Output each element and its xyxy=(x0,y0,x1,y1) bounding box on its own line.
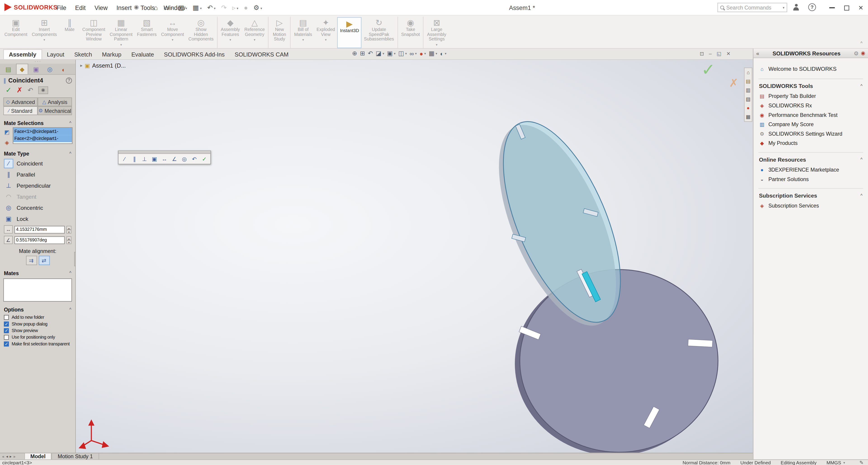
dropdown-caret-icon[interactable] xyxy=(229,37,231,41)
hud-button[interactable]: ▦ xyxy=(428,50,438,57)
ribbon-button[interactable]: ◎ Show Hidden Components xyxy=(186,17,218,48)
ribbon-button[interactable]: ▧ Smart Fasteners xyxy=(135,17,159,48)
task-pane-link[interactable]: ▥ Compare My Score xyxy=(758,120,863,129)
previous-tab-icon[interactable] xyxy=(6,454,8,459)
qat-button[interactable]: ↶ xyxy=(206,2,217,13)
minimize-button[interactable] xyxy=(825,0,839,16)
panel-splitter-handle[interactable] xyxy=(74,252,76,266)
checkbox[interactable] xyxy=(4,342,9,346)
breadcrumb[interactable]: ▣ Assem1 (D... xyxy=(80,62,126,68)
ribbon-collapse-icon[interactable] xyxy=(860,41,862,46)
confirmation-ok-button[interactable] xyxy=(701,60,715,79)
ribbon-button[interactable]: ✦ Exploded View xyxy=(314,17,337,48)
ribbon-button[interactable]: ◫ Component Preview Window xyxy=(80,17,107,48)
context-toolbar-button[interactable]: ∕ xyxy=(120,154,129,163)
spin-down-button[interactable] xyxy=(66,229,71,233)
angle-input[interactable]: 0.55176907deg xyxy=(14,236,65,244)
option-checkbox-row[interactable]: Make first selection transparent xyxy=(0,340,75,347)
cancel-button[interactable] xyxy=(17,86,23,94)
hud-button[interactable]: ● xyxy=(419,50,427,57)
option-checkbox-row[interactable]: Add to new folder xyxy=(0,314,75,320)
manager-tab[interactable]: ◆ xyxy=(16,64,28,74)
mates-section-header[interactable]: Mates xyxy=(0,268,75,277)
section-header[interactable]: SOLIDWORKS Tools xyxy=(758,82,863,91)
context-toolbar-button[interactable]: ∥ xyxy=(130,154,139,163)
hud-button[interactable]: ▣ xyxy=(386,50,396,57)
task-pane-tab[interactable]: ▥ xyxy=(745,86,752,95)
selected-face-item[interactable]: Face<1>@circlepart1- xyxy=(13,128,72,135)
manager-tab[interactable]: ▣ xyxy=(30,65,42,74)
hud-button[interactable]: ⊞ xyxy=(360,50,366,57)
last-tab-icon[interactable] xyxy=(13,454,16,458)
qat-button[interactable]: ⌂ xyxy=(153,2,159,13)
mates-list[interactable] xyxy=(3,279,72,302)
hud-button[interactable]: ↶ xyxy=(367,50,373,57)
graphics-viewport[interactable]: ▣ Assem1 (D... ∕ ∥ ⊥ ▣ ↔ ∠ xyxy=(76,60,753,453)
status-item[interactable]: Normal Distance: 0mm xyxy=(683,460,731,465)
search-caret-icon[interactable] xyxy=(783,5,784,9)
ok-button[interactable] xyxy=(5,86,11,94)
checkbox[interactable] xyxy=(4,315,9,320)
qat-button[interactable]: ● xyxy=(243,2,249,13)
task-pane-link[interactable]: ● 3DEXPERIENCE Marketplace xyxy=(758,165,863,175)
dropdown-caret-icon[interactable] xyxy=(120,42,122,46)
task-pane-link[interactable]: ◉ Performance Benchmark Test xyxy=(758,110,863,120)
context-toolbar-button[interactable]: ↔ xyxy=(160,154,169,163)
qat-button[interactable]: ▥ xyxy=(177,2,188,13)
checkbox[interactable] xyxy=(4,322,9,327)
mate-type-section-header[interactable]: Mate Type xyxy=(0,149,75,158)
ribbon-button[interactable]: ⊞ Insert Components xyxy=(30,17,59,48)
search-commands-input[interactable]: Search Commands xyxy=(717,3,787,12)
dropdown-caret-icon[interactable] xyxy=(254,37,255,41)
pane-options-gear-icon[interactable] xyxy=(854,50,859,56)
command-tab[interactable]: Assembly xyxy=(3,49,42,59)
mate-mode-tab[interactable]: ◇ Advanced xyxy=(3,97,38,106)
section-header[interactable]: Subscription Services xyxy=(758,191,863,201)
menu-item[interactable]: Insert xyxy=(112,4,136,11)
hud-button[interactable]: ∞ xyxy=(409,50,417,57)
command-tab[interactable]: Layout xyxy=(42,50,69,59)
status-item[interactable]: MMGS xyxy=(827,460,845,465)
ribbon-button[interactable]: ↻ Update SpeedPak Subassemblies xyxy=(362,17,398,48)
dropdown-caret-icon[interactable] xyxy=(436,42,437,46)
manager-tab[interactable]: ◎ xyxy=(44,65,56,74)
qat-button[interactable]: ↷ xyxy=(220,2,228,13)
status-item[interactable]: Editing Assembly xyxy=(781,460,816,465)
angle-icon[interactable]: ∠ xyxy=(4,236,13,244)
welcome-link[interactable]: ⌂ Welcome to SOLIDWORKS xyxy=(758,63,863,79)
command-tab[interactable]: Sketch xyxy=(69,50,97,59)
expand-tree-arrow-icon[interactable] xyxy=(80,63,83,68)
context-toolbar-button[interactable]: ↶ xyxy=(190,154,199,163)
maximize-button[interactable] xyxy=(839,0,854,16)
panel-grip[interactable] xyxy=(0,60,75,64)
ribbon-button[interactable]: ⊠ Large Assembly Settings xyxy=(425,17,448,48)
ribbon-button[interactable]: ▤ Bill of Materials xyxy=(292,17,314,48)
task-pane-link[interactable]: ◈ Subscription Services xyxy=(758,201,863,211)
document-tab[interactable]: Model xyxy=(24,453,52,459)
close-doc-icon[interactable]: ✕ xyxy=(726,51,730,56)
toolbar-grip[interactable] xyxy=(119,151,210,154)
mate-mode-tab[interactable]: ∕ Standard xyxy=(3,106,38,115)
mate-alignment-button[interactable]: ⇄ xyxy=(38,256,50,265)
hud-button[interactable]: ⊕ xyxy=(351,50,358,57)
pencil-icon[interactable] xyxy=(860,460,864,465)
keep-visible-pin-button[interactable] xyxy=(38,86,48,94)
mate-selections-list[interactable]: Face<1>@circlepart1-Face<2>@circlepart1- xyxy=(13,127,72,144)
distance-input[interactable]: 4.15327176mm xyxy=(14,226,65,233)
task-pane-tab[interactable]: ⌂ xyxy=(745,68,752,77)
context-toolbar-button[interactable]: ▣ xyxy=(150,154,159,163)
qat-button[interactable]: ⚙ xyxy=(252,2,263,13)
command-tab[interactable]: SOLIDWORKS CAM xyxy=(230,50,294,59)
menu-item[interactable]: View xyxy=(90,4,112,11)
hud-button[interactable]: ◪ xyxy=(375,50,385,57)
pin-pane-icon[interactable] xyxy=(861,51,865,56)
task-pane-tab[interactable]: ▧ xyxy=(745,95,752,103)
mate-type-row[interactable]: ∥ Parallel xyxy=(0,169,75,180)
command-tab[interactable]: Evaluate xyxy=(126,50,159,59)
menu-item[interactable]: File xyxy=(52,4,71,11)
context-toolbar-button[interactable]: ∠ xyxy=(170,154,179,163)
collapse-pane-icon[interactable] xyxy=(756,50,760,56)
undo-button[interactable] xyxy=(28,86,33,94)
document-tab[interactable]: Motion Study 1 xyxy=(52,453,99,459)
ribbon-button[interactable]: ↔ Move Component xyxy=(159,17,186,48)
